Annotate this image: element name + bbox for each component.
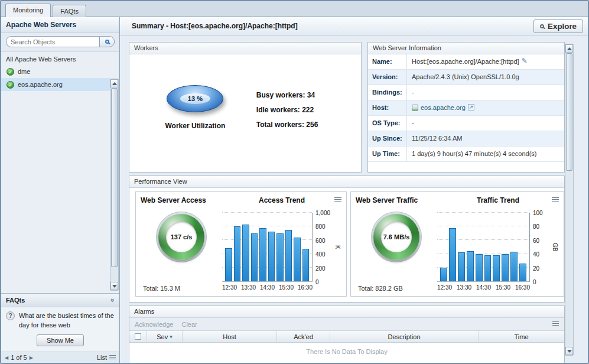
- stat-value: 256: [306, 121, 318, 129]
- search-row: [1, 33, 119, 52]
- workers-panel: Workers 13 % Worker Utilization Busy wor…: [129, 42, 362, 173]
- main-scrollbar[interactable]: [565, 44, 574, 356]
- info-value: Host:[eos.apache.org]/Apache:[httpd]: [412, 58, 519, 65]
- status-ok-icon: ✓: [6, 68, 14, 76]
- info-value: -: [412, 89, 414, 96]
- info-label: Host:: [368, 100, 407, 115]
- main-header: Summary - Host:[eos.apache.org]/Apache:[…: [120, 17, 588, 35]
- acknowledge-button[interactable]: Acknowledge: [135, 321, 173, 328]
- chart-options-icon[interactable]: [334, 197, 341, 203]
- server-list-item[interactable]: ✓dme: [1, 65, 110, 78]
- scroll-down-button[interactable]: [565, 347, 573, 355]
- gauge-label: Worker Utilization: [165, 122, 226, 130]
- host-link[interactable]: eos.apache.org: [421, 104, 466, 111]
- scrollbar-thumb[interactable]: [566, 53, 572, 171]
- access-total: Total: 15.3 M: [141, 285, 222, 292]
- server-list-title: All Apache Web Servers: [1, 52, 119, 65]
- performance-panel-title: Performance View: [129, 176, 564, 188]
- info-row: Version:Apache/2.4.3 (Unix) OpenSSL/1.0.…: [368, 70, 564, 85]
- explore-icon: [540, 24, 544, 28]
- trend-bar: [225, 248, 232, 281]
- traffic-gauge-value: 7.6 MB/s: [373, 214, 419, 260]
- scrollbar-thumb[interactable]: [111, 88, 118, 267]
- trend-bar: [458, 252, 465, 281]
- alarm-column-header[interactable]: Description: [330, 331, 479, 342]
- search-input[interactable]: [6, 36, 99, 47]
- search-button[interactable]: [99, 36, 115, 47]
- server-list-item[interactable]: ✓eos.apache.org: [1, 78, 110, 91]
- y-tick-label: 60: [533, 237, 539, 243]
- main-area: Summary - Host:[eos.apache.org]/Apache:[…: [120, 17, 588, 363]
- scroll-down-button[interactable]: [110, 282, 118, 290]
- info-panel-title: Web Server Information: [368, 43, 564, 54]
- traffic-x-axis: 12:3013:3014:3015:3016:30: [437, 282, 530, 292]
- collapse-icon[interactable]: »: [109, 298, 116, 302]
- alarm-column-header[interactable]: Time: [479, 331, 564, 342]
- explore-button[interactable]: Explore: [533, 20, 583, 33]
- trend-bar: [251, 233, 258, 281]
- alarm-column-header[interactable]: Host: [183, 331, 277, 342]
- server-name: dme: [18, 68, 30, 75]
- traffic-gauge: 7.6 MB/s: [373, 214, 419, 260]
- sidebar-scrollbar[interactable]: [110, 79, 119, 291]
- access-subpanel: Web Server Access 137 c/s Total: 15.3 M …: [135, 191, 347, 297]
- host-icon: [412, 105, 418, 111]
- main-content: Workers 13 % Worker Utilization Busy wor…: [120, 35, 588, 363]
- worker-stat: Total workers: 256: [256, 121, 356, 129]
- clear-button[interactable]: Clear: [181, 321, 197, 328]
- goto-icon[interactable]: ↗: [468, 104, 475, 110]
- stat-label: Idle workers:: [256, 106, 300, 114]
- next-page-icon[interactable]: ▶: [30, 355, 33, 360]
- trend-bar: [519, 264, 526, 281]
- sidebar-spacer: [1, 91, 119, 293]
- trend-bar: [285, 230, 292, 281]
- trend-bar: [476, 254, 483, 281]
- info-value: -: [412, 119, 414, 126]
- show-me-button[interactable]: Show Me: [37, 334, 84, 346]
- scrollbar-track[interactable]: [565, 53, 573, 347]
- info-row: OS Type:-: [368, 116, 564, 131]
- scroll-up-button[interactable]: [565, 44, 573, 53]
- tab-monitoring[interactable]: Monitoring: [5, 4, 51, 17]
- info-label: OS Type:: [368, 116, 407, 131]
- prev-page-icon[interactable]: ◀: [5, 355, 8, 360]
- tab-faqts[interactable]: FAQts: [53, 5, 86, 17]
- chart-options-icon[interactable]: [552, 197, 559, 203]
- stat-value: 34: [307, 91, 315, 99]
- faqts-header[interactable]: FAQts »: [1, 293, 119, 307]
- trend-bar: [302, 249, 310, 281]
- triangle-up-icon: [112, 82, 117, 85]
- edit-icon[interactable]: ✎: [522, 58, 528, 64]
- tab-bar: Monitoring FAQts: [1, 1, 588, 17]
- empty-table-message: There Is No Data To Display: [129, 343, 564, 355]
- scrollbar-track[interactable]: [110, 87, 118, 282]
- worker-stats: Busy workers: 34Idle workers: 222Total w…: [256, 70, 356, 130]
- worker-stat: Idle workers: 222: [256, 106, 356, 114]
- scroll-up-button[interactable]: [110, 79, 118, 87]
- search-icon: [105, 40, 109, 44]
- alarm-column-header[interactable]: Sev▾: [147, 331, 183, 342]
- stat-label: Total workers:: [256, 121, 304, 129]
- x-tick-label: 15:30: [496, 284, 510, 292]
- select-all-checkbox[interactable]: [135, 333, 141, 340]
- trend-bar: [484, 255, 492, 281]
- list-view-icon[interactable]: [109, 355, 116, 360]
- alarms-panel: Alarms Acknowledge Clear Sev▾HostAck'edD…: [129, 306, 565, 363]
- table-options-icon[interactable]: [552, 321, 559, 327]
- gauge-value: 13 %: [180, 93, 210, 104]
- column-label: Host: [223, 333, 236, 340]
- x-tick-label: 16:30: [298, 284, 313, 292]
- alarm-column-header[interactable]: Ack'ed: [277, 331, 330, 342]
- trend-bar: [234, 226, 241, 281]
- stat-value: 222: [302, 106, 314, 114]
- list-view-label[interactable]: List: [97, 354, 107, 361]
- info-row: Up Time:1 day(s) 9 hour(s) 47 minute(s) …: [368, 147, 564, 162]
- x-tick-label: 13:30: [241, 284, 256, 292]
- x-tick-label: 14:30: [260, 284, 275, 292]
- trend-bar: [493, 255, 500, 281]
- access-trend-chart: [222, 213, 313, 282]
- y-tick-label: 600: [315, 237, 326, 243]
- page-title: Summary - Host:[eos.apache.org]/Apache:[…: [132, 22, 298, 30]
- stat-label: Busy workers:: [256, 91, 305, 99]
- info-row: Up Since:11/25/12 6:34 AM: [368, 131, 564, 147]
